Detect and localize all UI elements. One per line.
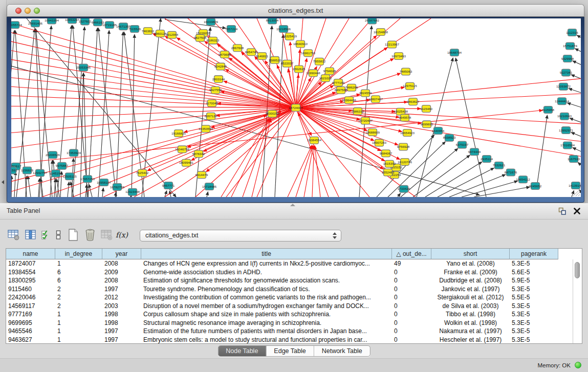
network-node[interactable]: 8813054 [266, 18, 279, 24]
network-node[interactable]: 7625402 [136, 169, 149, 177]
network-node[interactable]: 9756928 [397, 143, 410, 150]
network-node[interactable]: 19218506 [276, 26, 291, 33]
column-header[interactable]: name [6, 249, 55, 259]
network-node[interactable]: 7955812 [313, 58, 326, 65]
column-header[interactable]: short [431, 249, 510, 259]
network-node[interactable]: 9684067 [380, 150, 393, 157]
network-node[interactable]: 1621022 [319, 75, 332, 82]
network-node[interactable]: 1552483 [382, 169, 395, 176]
control-panel-collapsed-strip[interactable] [0, 0, 7, 203]
network-node[interactable]: 12093872 [556, 83, 571, 90]
network-node[interactable]: 7486266 [345, 84, 358, 91]
network-node[interactable]: 6379197 [456, 141, 469, 148]
network-node[interactable]: 1615392 [383, 160, 396, 167]
network-node[interactable]: 17353924 [67, 149, 81, 157]
table-row[interactable]: 2242004622012Investigating the contribut… [6, 293, 582, 302]
network-node[interactable]: 9146821 [256, 53, 269, 60]
network-node[interactable]: 7485063 [400, 68, 412, 75]
network-node[interactable]: 10943394 [45, 18, 59, 24]
network-node[interactable]: 1112316 [566, 29, 578, 36]
network-node[interactable]: 14139141 [569, 182, 581, 189]
function-builder-icon[interactable]: f(x) [117, 228, 126, 242]
network-node[interactable]: 13992971 [559, 127, 573, 134]
network-node[interactable]: 1588520 [269, 57, 281, 64]
network-node[interactable]: 9245652 [529, 183, 542, 190]
network-node[interactable]: 3912954 [166, 31, 179, 38]
network-node[interactable]: 16210643 [557, 113, 572, 120]
network-node[interactable]: 9474444 [468, 148, 481, 156]
network-node[interactable]: 9115460 [420, 105, 433, 113]
table-row[interactable]: 1456911722003Disruption of a novel membe… [6, 302, 582, 311]
network-node[interactable]: 1562615 [293, 65, 306, 73]
network-node[interactable]: 19384554 [307, 137, 321, 144]
network-node[interactable]: 2935114 [481, 156, 493, 163]
network-graph[interactable]: 2405572420691406109433941065329715276026… [11, 18, 581, 197]
network-node[interactable]: 10719185 [102, 21, 117, 29]
network-node[interactable]: 24055724 [11, 21, 23, 29]
network-node[interactable]: 9699695 [421, 121, 433, 128]
network-node[interactable]: 5878342 [192, 150, 205, 158]
network-node[interactable]: 26587682 [365, 18, 379, 24]
close-panel-icon[interactable] [573, 207, 581, 215]
network-node[interactable]: 8938923 [443, 134, 456, 141]
network-node[interactable]: 16325419 [282, 33, 297, 40]
network-node[interactable]: 1156829 [21, 167, 34, 174]
network-node[interactable]: 9242845 [214, 63, 227, 70]
network-node[interactable]: 3824554 [359, 90, 372, 97]
network-node[interactable]: 10654112 [516, 176, 530, 183]
network-node[interactable]: 18907243 [372, 139, 386, 146]
tab-network-table[interactable]: Network Table [314, 346, 370, 356]
create-new-table-icon[interactable] [67, 228, 80, 242]
network-node[interactable]: 10653297 [65, 18, 79, 24]
column-header[interactable]: in_degree [55, 249, 102, 259]
network-node[interactable]: 9457771 [162, 182, 175, 189]
network-node[interactable]: 9794028 [323, 68, 336, 75]
network-node[interactable]: 8522037 [281, 60, 294, 67]
column-header[interactable]: title [141, 249, 392, 259]
table-row[interactable]: 1938455462009Genome-wide association stu… [6, 268, 582, 277]
tab-node-table[interactable]: Node Table [218, 346, 266, 356]
network-node[interactable]: 7515526 [128, 26, 141, 33]
network-node[interactable]: 1167533 [568, 156, 580, 163]
network-node[interactable]: 16033809 [204, 18, 218, 26]
network-node[interactable]: 1145194 [50, 170, 62, 177]
collapse-arrow-icon[interactable] [2, 180, 4, 184]
network-node[interactable]: 20691406 [28, 20, 42, 27]
network-node[interactable]: 16782759 [110, 184, 124, 191]
column-header[interactable]: △ out_de... [392, 249, 431, 259]
table-row[interactable]: 977716911998Corpus callosum shape and si… [6, 310, 582, 319]
network-node[interactable]: 9827508 [194, 34, 207, 41]
network-node[interactable]: 7857224 [225, 26, 238, 33]
tab-edge-table[interactable]: Edge Table [266, 346, 314, 356]
table-row[interactable]: 911546021997Tourette syndrome. Phenomeno… [6, 285, 582, 294]
network-node[interactable]: 10807467 [368, 96, 383, 103]
network-node[interactable]: 7986332 [352, 108, 364, 115]
select-all-rows-icon[interactable] [41, 228, 50, 242]
network-node[interactable]: 9777169 [332, 79, 345, 86]
network-node[interactable]: 12213967 [385, 41, 399, 48]
table-row[interactable]: 969969511998Structural magnetic resonanc… [6, 319, 582, 327]
network-node[interactable]: 7463822 [142, 28, 155, 35]
network-node[interactable]: 12923448 [125, 188, 140, 195]
column-header[interactable]: pagerank [510, 249, 558, 259]
delete-selected-icon[interactable] [83, 228, 97, 242]
network-node[interactable]: 15720407 [358, 117, 373, 124]
network-canvas[interactable]: 2405572420691406109433941065329715276026… [11, 18, 581, 197]
table-scrollbar-thumb[interactable] [575, 262, 580, 278]
network-node[interactable]: 7632621 [493, 162, 506, 169]
resize-grip-icon[interactable] [573, 189, 580, 196]
table-row[interactable]: 946554611997Estimation of the future num… [6, 327, 582, 336]
network-node[interactable]: 9479685 [219, 51, 231, 58]
network-node[interactable]: 9427552 [209, 86, 222, 94]
network-node[interactable]: 8471676 [505, 169, 517, 176]
splitter-handle[interactable] [290, 204, 295, 206]
network-node[interactable]: 1527602 [79, 18, 92, 25]
network-node[interactable]: 1733426 [398, 185, 410, 192]
table-row[interactable]: 1872400712008Changes of HCN gene express… [6, 259, 582, 268]
table-row[interactable]: 1830029562008Estimation of significance … [6, 276, 582, 285]
network-node[interactable]: 9463627 [407, 98, 420, 105]
network-node[interactable]: 16154808 [374, 29, 388, 36]
network-node[interactable]: 9227341 [560, 69, 573, 76]
network-node[interactable]: 8267130 [205, 113, 217, 120]
network-node[interactable]: 20053346 [76, 64, 91, 71]
